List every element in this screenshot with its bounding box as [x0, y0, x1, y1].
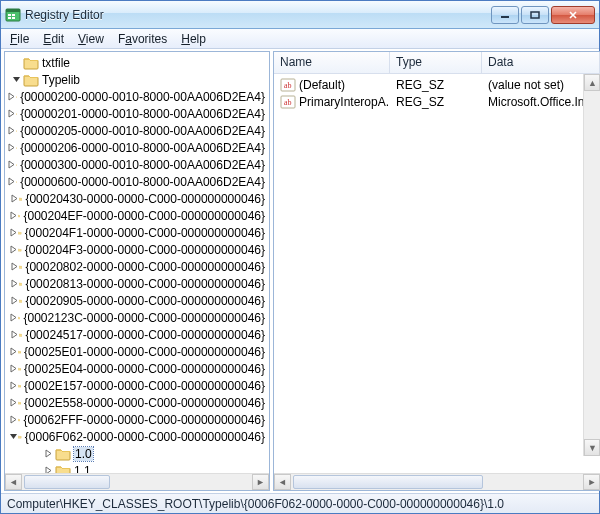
- expand-icon[interactable]: [7, 143, 16, 152]
- value-row[interactable]: abPrimaryInteropA...REG_SZMicrosoft.Offi…: [274, 93, 600, 110]
- expand-icon[interactable]: [7, 92, 16, 101]
- expand-icon[interactable]: [9, 228, 18, 237]
- close-button[interactable]: [551, 6, 595, 24]
- values-hscroll-thumb[interactable]: [293, 475, 483, 489]
- tree-item-label: {00020813-0000-0000-C000-000000000046}: [25, 277, 265, 291]
- folder-icon: [18, 379, 21, 393]
- expand-icon[interactable]: [9, 398, 18, 407]
- tree-item[interactable]: {00024517-0000-0000-C000-000000000046}: [5, 326, 269, 343]
- expand-icon[interactable]: [10, 194, 19, 203]
- tree-item[interactable]: {00000200-0000-0010-8000-00AA006D2EA4}: [5, 88, 269, 105]
- minimize-button[interactable]: [491, 6, 519, 24]
- expand-icon[interactable]: [41, 466, 55, 473]
- menu-file[interactable]: File: [3, 30, 36, 48]
- folder-icon: [19, 294, 23, 308]
- tree-item[interactable]: {00020430-0000-0000-C000-000000000046}: [5, 190, 269, 207]
- tree-item[interactable]: Typelib: [5, 71, 269, 88]
- column-header-name[interactable]: Name: [274, 52, 390, 73]
- expand-icon[interactable]: [9, 415, 18, 424]
- expand-icon[interactable]: [9, 381, 18, 390]
- tree-item[interactable]: {000204F3-0000-0000-C000-000000000046}: [5, 241, 269, 258]
- expand-icon[interactable]: [9, 364, 18, 373]
- value-data: Microsoft.Office.Inte: [482, 95, 600, 109]
- tree-item[interactable]: {0002E157-0000-0000-C000-000000000046}: [5, 377, 269, 394]
- tree-item[interactable]: {00000201-0000-0010-8000-00AA006D2EA4}: [5, 105, 269, 122]
- svg-rect-2: [8, 14, 11, 16]
- tree-item-label: {00020430-0000-0000-C000-000000000046}: [25, 192, 265, 206]
- tree-item[interactable]: {0006F062-0000-0000-C000-000000000046}: [5, 428, 269, 445]
- statusbar: Computer\HKEY_CLASSES_ROOT\Typelib\{0006…: [1, 493, 599, 513]
- tree-hscroll-thumb[interactable]: [24, 475, 110, 489]
- tree-item[interactable]: {00000205-0000-0010-8000-00AA006D2EA4}: [5, 122, 269, 139]
- tree-item-label: {00025E04-0000-0000-C000-000000000046}: [24, 362, 265, 376]
- tree-item[interactable]: {000204EF-0000-0000-C000-000000000046}: [5, 207, 269, 224]
- tree-item[interactable]: 1.0: [5, 445, 269, 462]
- svg-rect-6: [501, 16, 509, 18]
- tree-item-label: {00000600-0000-0010-8000-00AA006D2EA4}: [20, 175, 265, 189]
- tree-item[interactable]: {00000206-0000-0010-8000-00AA006D2EA4}: [5, 139, 269, 156]
- expand-icon[interactable]: [10, 262, 19, 271]
- tree-scroll-area[interactable]: txtfileTypelib{00000200-0000-0010-8000-0…: [5, 52, 269, 473]
- expand-icon[interactable]: [41, 449, 55, 458]
- tree-hscroll[interactable]: ◄ ►: [5, 473, 269, 490]
- folder-icon: [19, 192, 23, 206]
- menu-edit[interactable]: Edit: [36, 30, 71, 48]
- tree-item[interactable]: {00020802-0000-0000-C000-000000000046}: [5, 258, 269, 275]
- value-row[interactable]: ab(Default)REG_SZ(value not set): [274, 76, 600, 93]
- tree-item[interactable]: txtfile: [5, 54, 269, 71]
- expand-icon[interactable]: [7, 126, 16, 135]
- scroll-up-button[interactable]: ▲: [584, 74, 600, 91]
- expand-icon[interactable]: [7, 109, 16, 118]
- values-vscroll-track[interactable]: [584, 91, 600, 439]
- expand-icon[interactable]: [9, 245, 18, 254]
- tree-hscroll-track[interactable]: [22, 474, 252, 490]
- tree-item[interactable]: {00000600-0000-0010-8000-00AA006D2EA4}: [5, 173, 269, 190]
- tree-item[interactable]: {00020813-0000-0000-C000-000000000046}: [5, 275, 269, 292]
- expand-icon[interactable]: [9, 347, 18, 356]
- tree-item[interactable]: {00020905-0000-0000-C000-000000000046}: [5, 292, 269, 309]
- tree-item-label: {0002123C-0000-0000-C000-000000000046}: [23, 311, 265, 325]
- expand-icon[interactable]: [9, 313, 18, 322]
- scroll-left-button[interactable]: ◄: [274, 474, 291, 490]
- tree-item[interactable]: {0002123C-0000-0000-C000-000000000046}: [5, 309, 269, 326]
- menubar: File Edit View Favorites Help: [1, 29, 599, 49]
- menu-help[interactable]: Help: [174, 30, 213, 48]
- maximize-button[interactable]: [521, 6, 549, 24]
- svg-rect-3: [12, 14, 15, 16]
- scroll-right-button[interactable]: ►: [583, 474, 600, 490]
- folder-icon: [16, 107, 17, 121]
- tree-item[interactable]: {00062FFF-0000-0000-C000-000000000046}: [5, 411, 269, 428]
- tree-item[interactable]: {00025E01-0000-0000-C000-000000000046}: [5, 343, 269, 360]
- svg-text:ab: ab: [284, 98, 292, 107]
- menu-favorites[interactable]: Favorites: [111, 30, 174, 48]
- tree-item-label: {00000201-0000-0010-8000-00AA006D2EA4}: [20, 107, 265, 121]
- expand-icon[interactable]: [7, 160, 16, 169]
- column-header-data[interactable]: Data: [482, 52, 600, 73]
- values-hscroll[interactable]: ◄ ►: [274, 473, 600, 490]
- menu-view[interactable]: View: [71, 30, 111, 48]
- collapse-icon[interactable]: [9, 432, 18, 441]
- expand-icon[interactable]: [10, 279, 19, 288]
- folder-icon: [16, 90, 17, 104]
- tree-item[interactable]: 1.1: [5, 462, 269, 473]
- tree-item[interactable]: {0002E558-0000-0000-C000-000000000046}: [5, 394, 269, 411]
- values-vscroll[interactable]: ▲ ▼: [583, 74, 600, 456]
- column-header-type[interactable]: Type: [390, 52, 482, 73]
- tree-item-label: {00024517-0000-0000-C000-000000000046}: [25, 328, 265, 342]
- titlebar[interactable]: Registry Editor: [1, 1, 599, 29]
- values-hscroll-track[interactable]: [291, 474, 583, 490]
- tree-item[interactable]: {00000300-0000-0010-8000-00AA006D2EA4}: [5, 156, 269, 173]
- scroll-down-button[interactable]: ▼: [584, 439, 600, 456]
- tree-item-label: {0002E157-0000-0000-C000-000000000046}: [24, 379, 265, 393]
- tree-item[interactable]: {000204F1-0000-0000-C000-000000000046}: [5, 224, 269, 241]
- tree-item-label: {00000206-0000-0010-8000-00AA006D2EA4}: [20, 141, 265, 155]
- expand-icon[interactable]: [10, 330, 19, 339]
- collapse-icon[interactable]: [9, 75, 23, 84]
- expand-icon[interactable]: [9, 211, 18, 220]
- expand-icon[interactable]: [10, 296, 19, 305]
- scroll-right-button[interactable]: ►: [252, 474, 269, 490]
- tree-item[interactable]: {00025E04-0000-0000-C000-000000000046}: [5, 360, 269, 377]
- values-scroll-area[interactable]: ab(Default)REG_SZ(value not set)abPrimar…: [274, 74, 600, 473]
- scroll-left-button[interactable]: ◄: [5, 474, 22, 490]
- expand-icon[interactable]: [7, 177, 16, 186]
